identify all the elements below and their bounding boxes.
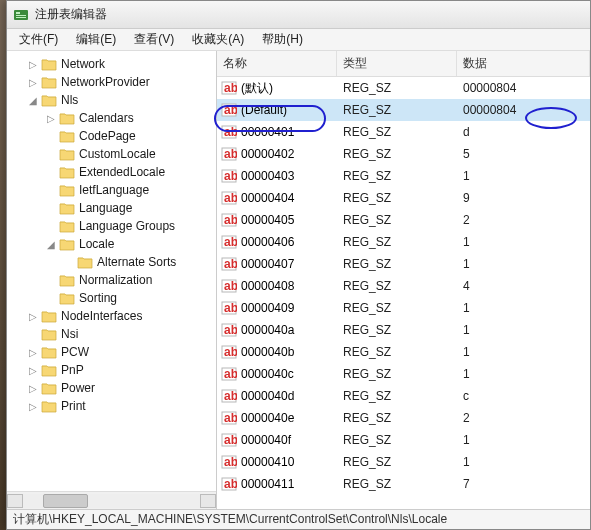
tree-toggle-icon[interactable]: ▷ [27, 400, 39, 412]
svg-rect-3 [16, 17, 26, 18]
tree-toggle-icon[interactable]: ▷ [27, 76, 39, 88]
value-row[interactable]: ab00000410REG_SZ1 [217, 451, 590, 473]
value-row[interactable]: ab00000409REG_SZ1 [217, 297, 590, 319]
value-data: 00000804 [457, 81, 590, 95]
tree-item[interactable]: ◢Nls [11, 91, 216, 109]
tree-item-label: CustomLocale [79, 147, 156, 161]
value-row[interactable]: ab0000040cREG_SZ1 [217, 363, 590, 385]
col-header-type[interactable]: 类型 [337, 51, 457, 76]
svg-text:ab: ab [224, 455, 237, 469]
value-row[interactable]: ab00000403REG_SZ1 [217, 165, 590, 187]
menu-favorites[interactable]: 收藏夹(A) [184, 29, 252, 50]
scroll-track[interactable] [23, 494, 200, 508]
tree-item[interactable]: CodePage [11, 127, 216, 145]
tree-item[interactable]: Normalization [11, 271, 216, 289]
col-header-name[interactable]: 名称 [217, 51, 337, 76]
string-value-icon: ab [221, 80, 237, 96]
folder-icon [59, 111, 75, 125]
tree-item-label: NodeInterfaces [61, 309, 142, 323]
svg-text:ab: ab [224, 345, 237, 359]
value-row[interactable]: ab00000401REG_SZd [217, 121, 590, 143]
string-value-icon: ab [221, 102, 237, 118]
tree-item[interactable]: ▷Network [11, 55, 216, 73]
string-value-icon: ab [221, 278, 237, 294]
value-row[interactable]: ab00000408REG_SZ4 [217, 275, 590, 297]
menu-file[interactable]: 文件(F) [11, 29, 66, 50]
value-row[interactable]: ab00000411REG_SZ7 [217, 473, 590, 495]
list-header: 名称 类型 数据 [217, 51, 590, 77]
tree-toggle-icon[interactable]: ▷ [27, 364, 39, 376]
tree-hscrollbar[interactable] [7, 491, 216, 509]
tree-toggle-icon[interactable]: ▷ [27, 58, 39, 70]
tree-item[interactable]: Language [11, 199, 216, 217]
menu-view[interactable]: 查看(V) [126, 29, 182, 50]
tree-item[interactable]: Nsi [11, 325, 216, 343]
value-row[interactable]: ab0000040bREG_SZ1 [217, 341, 590, 363]
value-row[interactable]: ab0000040eREG_SZ2 [217, 407, 590, 429]
scroll-left-icon[interactable] [7, 494, 23, 508]
tree-item[interactable]: ▷Print [11, 397, 216, 415]
value-type: REG_SZ [337, 213, 457, 227]
value-name: 0000040a [241, 323, 294, 337]
tree-toggle-icon[interactable]: ▷ [27, 310, 39, 322]
tree-item[interactable]: ▷NodeInterfaces [11, 307, 216, 325]
tree-item[interactable]: ▷PCW [11, 343, 216, 361]
value-data: 9 [457, 191, 590, 205]
value-row[interactable]: ab(默认)REG_SZ00000804 [217, 77, 590, 99]
scroll-right-icon[interactable] [200, 494, 216, 508]
list-body: ab(默认)REG_SZ00000804ab(Default)REG_SZ000… [217, 77, 590, 495]
tree-item[interactable]: ◢Locale [11, 235, 216, 253]
svg-rect-2 [16, 15, 26, 16]
tree-toggle-icon[interactable]: ▷ [45, 112, 57, 124]
tree-view[interactable]: ▷Network▷NetworkProvider◢Nls▷CalendarsCo… [7, 51, 216, 491]
value-data: 7 [457, 477, 590, 491]
tree-item[interactable]: ▷NetworkProvider [11, 73, 216, 91]
value-type: REG_SZ [337, 191, 457, 205]
col-header-data[interactable]: 数据 [457, 51, 590, 76]
value-data: 1 [457, 367, 590, 381]
value-row[interactable]: ab(Default)REG_SZ00000804 [217, 99, 590, 121]
tree-toggle-icon[interactable]: ◢ [27, 94, 39, 106]
tree-item[interactable]: CustomLocale [11, 145, 216, 163]
value-name: (默认) [241, 80, 273, 97]
value-row[interactable]: ab00000404REG_SZ9 [217, 187, 590, 209]
tree-item-label: Locale [79, 237, 114, 251]
value-row[interactable]: ab0000040fREG_SZ1 [217, 429, 590, 451]
tree-item-label: Print [61, 399, 86, 413]
scroll-thumb[interactable] [43, 494, 88, 508]
string-value-icon: ab [221, 146, 237, 162]
folder-icon [59, 183, 75, 197]
tree-item[interactable]: Alternate Sorts [11, 253, 216, 271]
tree-item[interactable]: IetfLanguage [11, 181, 216, 199]
titlebar[interactable]: 注册表编辑器 [7, 1, 590, 29]
value-data: 1 [457, 323, 590, 337]
string-value-icon: ab [221, 124, 237, 140]
value-row[interactable]: ab00000406REG_SZ1 [217, 231, 590, 253]
menu-edit[interactable]: 编辑(E) [68, 29, 124, 50]
string-value-icon: ab [221, 476, 237, 492]
tree-item[interactable]: Sorting [11, 289, 216, 307]
value-row[interactable]: ab0000040aREG_SZ1 [217, 319, 590, 341]
tree-toggle-icon[interactable]: ▷ [27, 382, 39, 394]
tree-item[interactable]: ▷Power [11, 379, 216, 397]
value-row[interactable]: ab0000040dREG_SZc [217, 385, 590, 407]
value-name: 0000040c [241, 367, 294, 381]
tree-pane: ▷Network▷NetworkProvider◢Nls▷CalendarsCo… [7, 51, 217, 509]
tree-item-label: ExtendedLocale [79, 165, 165, 179]
tree-item[interactable]: ExtendedLocale [11, 163, 216, 181]
tree-toggle-icon[interactable]: ◢ [45, 238, 57, 250]
folder-icon [59, 165, 75, 179]
value-row[interactable]: ab00000402REG_SZ5 [217, 143, 590, 165]
folder-icon [59, 147, 75, 161]
tree-toggle-icon[interactable]: ▷ [27, 346, 39, 358]
value-row[interactable]: ab00000405REG_SZ2 [217, 209, 590, 231]
tree-item[interactable]: Language Groups [11, 217, 216, 235]
tree-item-label: Sorting [79, 291, 117, 305]
menu-help[interactable]: 帮助(H) [254, 29, 311, 50]
folder-icon [59, 291, 75, 305]
tree-item[interactable]: ▷Calendars [11, 109, 216, 127]
tree-item[interactable]: ▷PnP [11, 361, 216, 379]
folder-icon [41, 381, 57, 395]
svg-text:ab: ab [224, 301, 237, 315]
value-row[interactable]: ab00000407REG_SZ1 [217, 253, 590, 275]
